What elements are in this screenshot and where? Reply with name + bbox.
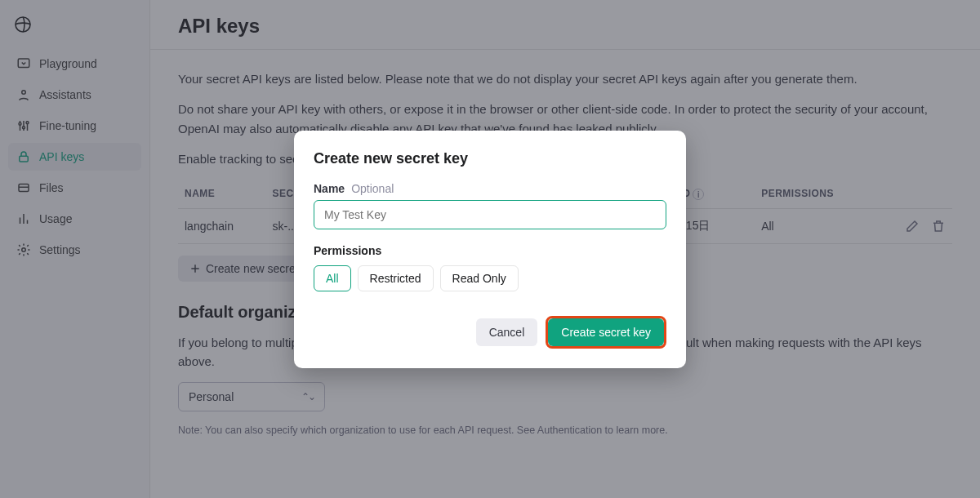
- modal-overlay: Create new secret key Name Optional Perm…: [0, 0, 980, 498]
- create-key-modal: Create new secret key Name Optional Perm…: [294, 131, 686, 368]
- perm-all[interactable]: All: [314, 265, 351, 291]
- permissions-group: All Restricted Read Only: [314, 265, 666, 291]
- name-hint: Optional: [351, 182, 394, 195]
- permissions-label: Permissions: [314, 244, 666, 257]
- highlight-box: Create secret key: [546, 316, 666, 349]
- create-secret-key-button[interactable]: Create secret key: [548, 318, 664, 346]
- modal-title: Create new secret key: [314, 150, 666, 167]
- perm-readonly[interactable]: Read Only: [440, 265, 519, 291]
- name-label: Name: [314, 182, 345, 195]
- name-input[interactable]: [314, 200, 666, 229]
- perm-restricted[interactable]: Restricted: [358, 265, 434, 291]
- cancel-button[interactable]: Cancel: [476, 318, 538, 346]
